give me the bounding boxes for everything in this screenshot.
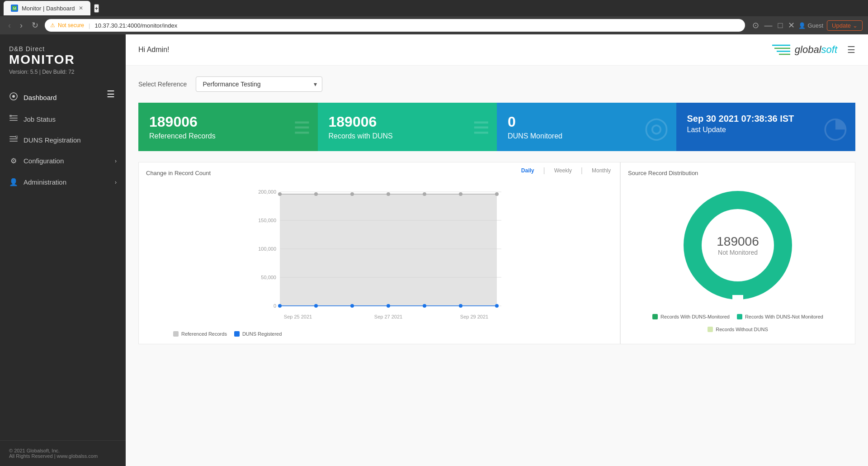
sidebar-item-dashboard-label: Dashboard	[24, 94, 57, 101]
legend-referenced-records-label: Referenced Records	[181, 331, 227, 337]
donut-wrapper: 189006 Not Monitored	[675, 182, 801, 309]
select-reference-wrapper[interactable]: Performance Testing	[196, 76, 322, 92]
svg-rect-10	[9, 141, 18, 142]
logo-icon	[772, 42, 790, 58]
sidebar-brand: D&B Direct	[9, 45, 117, 52]
active-tab[interactable]: M Monitor | Dashboard ✕	[4, 1, 90, 15]
sidebar-header: D&B Direct MONITOR Version: 5.5 | Dev Bu…	[0, 34, 126, 82]
legend-duns-registered-label: DUNS Registered	[242, 331, 282, 337]
stat-card-duns-monitored: 0 DUNS Monitored ◎	[497, 103, 676, 151]
sidebar-nav: Dashboard Job Status DUNS Registration ⚙…	[0, 82, 126, 440]
svg-text:M: M	[13, 6, 16, 10]
line-chart-title: Change in Record Count	[146, 170, 211, 176]
legend-records-without-duns: Records Without DUNS	[708, 327, 768, 332]
sidebar-item-duns-registration[interactable]: DUNS Registration	[0, 129, 126, 150]
weekly-button[interactable]: Weekly	[552, 166, 574, 175]
update-button[interactable]: Update ⌄	[827, 20, 863, 31]
monthly-button[interactable]: Monthly	[590, 166, 613, 175]
svg-point-42	[423, 304, 426, 308]
duns-monitored-label: DUNS Monitored	[508, 132, 665, 140]
select-reference-row: Select Reference Performance Testing	[138, 76, 855, 92]
sidebar-footer: © 2021 Globalsoft, Inc. All Rights Reser…	[0, 440, 126, 466]
sidebar-item-administration[interactable]: 👤 Administration ›	[0, 171, 126, 193]
charts-section: Change in Record Count Daily | Weekly | …	[138, 162, 855, 344]
legend-duns-registered-dot	[234, 331, 240, 337]
forward-button[interactable]: ›	[17, 19, 25, 32]
close-window-icon[interactable]: ✕	[788, 20, 795, 30]
extensions-icon[interactable]: ⊙	[752, 20, 759, 30]
svg-text:Sep 25 2021: Sep 25 2021	[284, 314, 312, 319]
svg-point-33	[350, 192, 354, 196]
legend-records-without-duns-label: Records Without DUNS	[716, 327, 768, 332]
stat-card-referenced-records: 189006 Referenced Records ≡	[138, 103, 318, 151]
sidebar-item-dashboard[interactable]: Dashboard	[0, 86, 126, 109]
records-with-duns-number: 189006	[329, 114, 486, 130]
guest-label: Guest	[807, 22, 823, 29]
browser-toolbar: ‹ › ↻ ⚠ Not secure | 10.37.30.21:4000/mo…	[0, 16, 868, 34]
legend-duns-monitored-label: Records With DUNS-Monitored	[660, 314, 730, 319]
svg-rect-9	[9, 138, 18, 139]
svg-point-35	[423, 192, 426, 196]
select-reference-dropdown[interactable]: Performance Testing	[196, 76, 322, 92]
security-warning-icon: ⚠	[50, 22, 55, 29]
footer-line2: All Rights Reserved | www.globalss.com	[9, 453, 117, 459]
line-chart-panel: Change in Record Count Daily | Weekly | …	[138, 162, 620, 344]
svg-point-36	[459, 192, 462, 196]
sidebar-item-administration-label: Administration	[24, 178, 66, 186]
records-with-duns-label: Records with DUNS	[329, 132, 486, 140]
duns-monitored-bg-icon: ◎	[644, 110, 669, 144]
sidebar-title: MONITOR	[9, 52, 117, 67]
svg-point-32	[314, 192, 318, 196]
logo-text: globalsoft	[795, 44, 837, 56]
last-update-number: Sep 30 2021 07:38:36 IST	[687, 114, 845, 124]
records-with-duns-bg-icon: ≡	[473, 110, 490, 144]
donut-center-label: Not Monitored	[717, 249, 759, 256]
greeting-text: Hi Admin!	[138, 46, 169, 54]
daily-button[interactable]: Daily	[519, 166, 536, 175]
svg-text:Sep 27 2021: Sep 27 2021	[374, 314, 402, 319]
maximize-icon[interactable]: □	[778, 21, 783, 30]
configuration-icon: ⚙	[9, 157, 18, 165]
svg-text:100,000: 100,000	[258, 246, 276, 252]
sidebar: D&B Direct MONITOR Version: 5.5 | Dev Bu…	[0, 34, 126, 466]
job-status-icon	[9, 115, 18, 123]
legend-duns-not-monitored: Records With DUNS-Not Monitored	[737, 314, 823, 319]
last-update-label: Last Update	[687, 126, 845, 134]
referenced-records-label: Referenced Records	[149, 132, 307, 140]
app-container: D&B Direct MONITOR Version: 5.5 | Dev Bu…	[0, 34, 868, 466]
footer-line1: © 2021 Globalsoft, Inc.	[9, 448, 117, 453]
new-tab-button[interactable]: +	[94, 4, 99, 13]
sidebar-item-job-status-label: Job Status	[24, 115, 56, 123]
svg-point-3	[12, 95, 15, 98]
chrome-actions: ⊙ — □ ✕	[752, 20, 795, 30]
administration-icon: 👤	[9, 178, 18, 186]
referenced-records-bg-icon: ≡	[293, 110, 310, 144]
svg-text:50,000: 50,000	[261, 275, 276, 280]
sidebar-item-configuration[interactable]: ⚙ Configuration ›	[0, 150, 126, 171]
legend-referenced-records: Referenced Records	[173, 331, 227, 337]
svg-point-37	[495, 192, 499, 196]
sidebar-version: Version: 5.5 | Dev Build: 72	[9, 69, 117, 75]
svg-point-38	[278, 304, 282, 308]
main-content: Hi Admin! globalsoft ☰ Select Reference …	[126, 34, 868, 466]
sidebar-item-job-status[interactable]: Job Status	[0, 109, 126, 129]
svg-point-39	[314, 304, 318, 308]
address-bar[interactable]: ⚠ Not secure | 10.37.30.21:4000/monitor/…	[45, 19, 745, 32]
svg-point-31	[278, 192, 282, 196]
header-menu-icon[interactable]: ☰	[847, 44, 855, 55]
legend-duns-not-monitored-label: Records With DUNS-Not Monitored	[745, 314, 823, 319]
line-chart-svg: 200,000 150,000 100,000 50,000 0	[146, 187, 613, 328]
stat-card-records-with-duns: 189006 Records with DUNS ≡	[318, 103, 497, 151]
back-button[interactable]: ‹	[5, 19, 14, 32]
donut-chart-title: Source Record Distribution	[628, 170, 698, 176]
tab-close-button[interactable]: ✕	[79, 5, 83, 11]
svg-text:Sep 29 2021: Sep 29 2021	[460, 314, 488, 319]
configuration-chevron-icon: ›	[115, 158, 117, 164]
dashboard-icon	[9, 92, 18, 102]
svg-marker-30	[280, 194, 497, 306]
top-bar: Hi Admin! globalsoft ☰	[126, 34, 868, 66]
minimize-icon[interactable]: —	[764, 21, 773, 30]
tab-title: Monitor | Dashboard	[22, 5, 75, 12]
guest-profile-button[interactable]: 👤 Guest	[798, 22, 823, 29]
reload-button[interactable]: ↻	[29, 19, 41, 32]
